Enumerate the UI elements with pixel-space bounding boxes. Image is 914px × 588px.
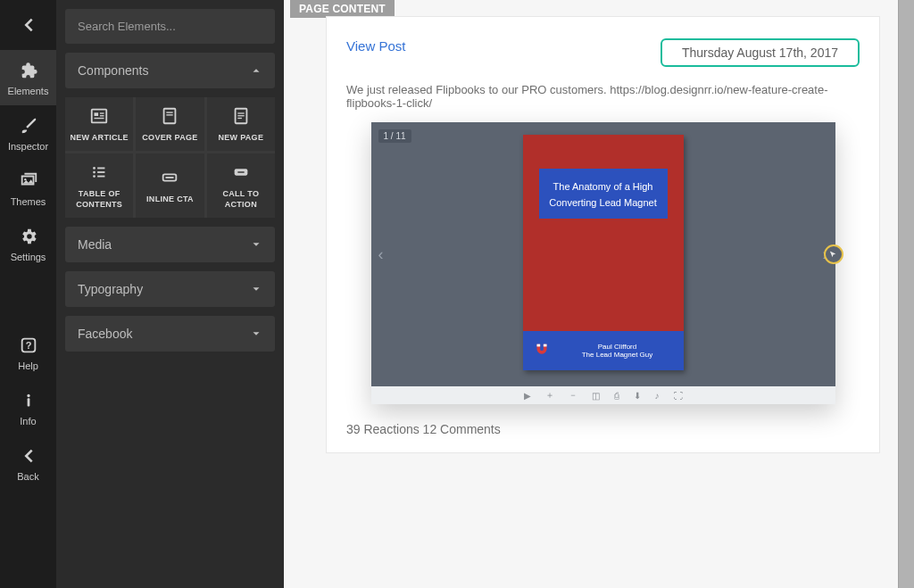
rail-label: Info [20, 416, 36, 427]
search-input[interactable] [65, 9, 275, 44]
section-label: Components [78, 63, 148, 78]
info-icon [19, 391, 38, 410]
icon-rail: Elements Inspector Themes Settings ? Hel… [0, 0, 56, 588]
rail-item-inspector[interactable]: Inspector [0, 105, 56, 161]
flipbook-cover[interactable]: The Anatomy of a High Converting Lead Ma… [523, 135, 684, 370]
viewer-next-highlight[interactable] [824, 244, 843, 264]
svg-rect-9 [95, 118, 104, 119]
post-description: We just released Flipbooks to our PRO cu… [346, 83, 860, 110]
tile-label: INLINE CTA [146, 195, 194, 204]
puzzle-icon [19, 61, 38, 80]
section-label: Media [78, 237, 112, 252]
svg-rect-11 [167, 112, 173, 112]
svg-rect-4 [27, 398, 29, 406]
tool-sound[interactable]: ♪ [655, 391, 660, 401]
chevron-down-icon [250, 238, 262, 251]
post-card: View Post Thursday August 17th, 2017 We … [326, 16, 880, 453]
svg-rect-16 [237, 118, 242, 119]
svg-rect-22 [97, 176, 104, 178]
brush-icon [19, 116, 38, 136]
svg-rect-12 [167, 114, 173, 115]
svg-rect-20 [97, 171, 104, 173]
tool-print[interactable]: ⎙ [614, 391, 619, 401]
post-date[interactable]: Thursday August 17th, 2017 [661, 38, 860, 67]
rail-item-elements[interactable]: Elements [0, 50, 56, 105]
help-icon: ? [19, 335, 38, 355]
svg-point-0 [24, 178, 26, 180]
svg-rect-24 [166, 177, 174, 178]
viewer-body: 1 / 11 ‹ › The Anatomy of a High Convert… [371, 122, 835, 386]
gear-icon [19, 227, 38, 246]
tool-download[interactable]: ⬇ [634, 391, 641, 401]
card-header: View Post Thursday August 17th, 2017 [346, 38, 860, 67]
section-typography[interactable]: Typography [65, 271, 275, 307]
tile-new-article[interactable]: NEW ARTICLE [65, 97, 133, 151]
section-label: Facebook [78, 327, 132, 341]
svg-point-3 [27, 394, 29, 397]
tile-toc[interactable]: TABLE OF CONTENTS [65, 153, 133, 218]
flipbook-viewer: 1 / 11 ‹ › The Anatomy of a High Convert… [371, 122, 835, 404]
tile-label: COVER PAGE [142, 133, 197, 143]
article-icon [88, 106, 110, 126]
rail-label: Help [18, 360, 38, 371]
tile-label: CALL TO ACTION [211, 189, 271, 210]
cover-footer-band: Paul Clifford The Lead Magnet Guy [523, 331, 684, 370]
chevron-down-icon [250, 327, 262, 340]
page-icon [230, 106, 252, 126]
list-icon [88, 162, 110, 182]
breadcrumb: PAGE CONTENT [290, 0, 395, 18]
svg-rect-10 [164, 109, 176, 124]
right-gutter [898, 0, 914, 588]
tile-label: NEW ARTICLE [70, 133, 128, 143]
magnet-icon [532, 341, 552, 360]
cover-title-band: The Anatomy of a High Converting Lead Ma… [539, 169, 668, 219]
tile-cover-page[interactable]: COVER PAGE [136, 97, 204, 151]
rail-item-themes[interactable]: Themes [0, 161, 56, 216]
post-meta: 39 Reactions 12 Comments [346, 422, 860, 436]
rail-label: Themes [11, 196, 46, 207]
cover-author: Paul Clifford [561, 343, 675, 351]
svg-rect-14 [237, 112, 244, 113]
cover-footer-text: Paul Clifford The Lead Magnet Guy [561, 343, 675, 359]
tool-thumbnails[interactable]: ◫ [592, 391, 600, 401]
cover-subtitle: The Lead Magnet Guy [561, 351, 675, 359]
view-post-link[interactable]: View Post [346, 38, 405, 54]
rail-item-back[interactable]: Back [0, 435, 56, 491]
svg-point-19 [93, 171, 96, 174]
rail-item-settings[interactable]: Settings [0, 216, 56, 271]
cta-icon [230, 162, 252, 182]
rail-item-help[interactable]: ? Help [0, 325, 56, 380]
section-facebook[interactable]: Facebook [65, 316, 275, 352]
chevron-down-icon [250, 283, 262, 295]
tool-fullscreen[interactable]: ⛶ [674, 391, 683, 401]
tile-inline-cta[interactable]: INLINE CTA [136, 153, 204, 218]
svg-point-17 [93, 167, 96, 170]
rail-back-top[interactable] [0, 0, 56, 50]
tool-play[interactable]: ▶ [524, 391, 531, 401]
svg-point-21 [93, 175, 96, 178]
tile-new-page[interactable]: NEW PAGE [207, 97, 275, 151]
cover-icon [159, 106, 180, 126]
rail-label: Back [17, 471, 38, 482]
section-components[interactable]: Components [65, 53, 275, 88]
section-media[interactable]: Media [65, 227, 275, 262]
image-stack-icon [19, 171, 38, 191]
svg-rect-6 [95, 112, 99, 116]
svg-rect-8 [100, 115, 104, 116]
tool-zoom-in[interactable]: ＋ [545, 389, 554, 402]
tile-cta[interactable]: CALL TO ACTION [207, 153, 275, 218]
viewer-prev[interactable]: ‹ [378, 245, 384, 264]
svg-rect-7 [100, 112, 104, 113]
cursor-icon [828, 250, 838, 260]
svg-text:?: ? [25, 340, 31, 351]
tool-zoom-out[interactable]: － [569, 389, 577, 402]
viewer-toolbar: ▶ ＋ － ◫ ⎙ ⬇ ♪ ⛶ [371, 386, 835, 404]
chevron-left-icon [19, 446, 38, 466]
rail-item-info[interactable]: Info [0, 380, 56, 435]
rail-label: Elements [8, 86, 49, 96]
components-grid: NEW ARTICLE COVER PAGE NEW PAGE TABLE OF… [65, 97, 275, 218]
stage: PAGE CONTENT View Post Thursday August 1… [284, 0, 914, 588]
svg-rect-28 [543, 344, 546, 347]
svg-rect-5 [92, 110, 107, 123]
inline-cta-icon [159, 168, 180, 187]
